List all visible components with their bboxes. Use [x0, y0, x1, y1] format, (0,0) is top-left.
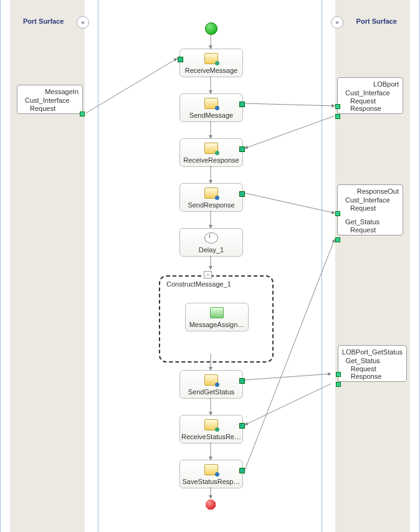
shape-send-message[interactable]: SendMessage: [179, 93, 243, 122]
collapse-left-button[interactable]: «: [77, 16, 89, 29]
port-operation: Get_Status: [346, 357, 403, 364]
port-handle[interactable]: [336, 372, 341, 377]
port-connector[interactable]: [239, 102, 245, 107]
guide-line: [98, 0, 98, 532]
shape-send-get-status[interactable]: SendGetStatus: [179, 370, 243, 399]
port-handle[interactable]: [335, 237, 340, 242]
port-handle[interactable]: [335, 114, 340, 119]
envelope-receive-icon: [204, 53, 218, 64]
envelope-send-icon: [204, 98, 218, 109]
svg-line-14: [245, 374, 331, 380]
port-handle[interactable]: [336, 382, 341, 387]
envelope-receive-icon: [204, 419, 218, 430]
construct-message-scope[interactable]: − ConstructMessage_1 MessageAssign…: [159, 275, 274, 363]
port-lobport-getstatus[interactable]: LOBPort_GetStatus Get_Status Request Res…: [338, 345, 407, 382]
shape-receive-message[interactable]: ReceiveMessage: [179, 49, 243, 77]
port-connector[interactable]: [239, 146, 245, 152]
port-io-request[interactable]: Request: [351, 365, 403, 373]
envelope-send-icon: [204, 188, 218, 199]
svg-line-10: [85, 59, 177, 113]
port-io-response[interactable]: Response: [350, 105, 399, 112]
port-io-request[interactable]: Request: [350, 204, 399, 212]
port-lobport[interactable]: LOBport Cust_Interface Request Response: [337, 77, 403, 114]
shape-label: ReceiveMessage: [185, 67, 237, 74]
shape-message-assignment[interactable]: MessageAssign…: [185, 303, 249, 331]
shape-save-status-response[interactable]: SaveStatusResp…: [179, 460, 243, 488]
port-surface-right-label: Port Surface: [356, 17, 397, 25]
shape-label: SendResponse: [188, 201, 234, 209]
port-handle[interactable]: [335, 104, 340, 109]
port-io-request[interactable]: Request: [350, 226, 399, 234]
end-terminal[interactable]: [206, 500, 216, 510]
port-title: ResponseOut: [341, 188, 399, 195]
port-title: LOBport: [341, 80, 399, 88]
shape-delay[interactable]: Delay_1: [179, 228, 243, 257]
port-connector[interactable]: [239, 423, 245, 429]
port-operation: Cust_Interface: [25, 97, 79, 104]
port-io-request[interactable]: Request: [30, 105, 79, 112]
port-connector[interactable]: [239, 191, 245, 197]
envelope-send-icon: [204, 464, 218, 475]
shape-send-response[interactable]: SendResponse: [179, 183, 243, 212]
port-surface-left[interactable]: [10, 0, 85, 532]
guide-line: [322, 0, 322, 532]
port-connector[interactable]: [178, 57, 183, 62]
shape-label: SendMessage: [189, 112, 233, 119]
shape-label: MessageAssign…: [189, 321, 245, 328]
port-message-in[interactable]: MessageIn Cust_Interface Request: [17, 85, 83, 114]
assignment-icon: [210, 307, 224, 318]
shape-receive-status-response[interactable]: ReceiveStatusRe…: [179, 415, 243, 444]
port-handle[interactable]: [80, 112, 85, 116]
port-connector[interactable]: [239, 468, 245, 473]
port-surface-left-label: Port Surface: [23, 17, 64, 25]
shape-label: ReceiveResponse: [183, 156, 239, 164]
shape-receive-response[interactable]: ReceiveResponse: [179, 138, 243, 167]
collapse-right-button[interactable]: »: [331, 16, 343, 29]
shape-label: ReceiveStatusRe…: [181, 433, 241, 440]
svg-line-15: [245, 384, 331, 425]
start-terminal[interactable]: [205, 22, 217, 35]
shape-label: SendGetStatus: [188, 388, 235, 396]
port-operation: Get_Status: [345, 218, 399, 226]
port-response-out[interactable]: ResponseOut Cust_Interface Request Get_S…: [337, 184, 403, 235]
port-connector[interactable]: [239, 378, 245, 384]
port-operation: Cust_Interface: [345, 89, 399, 97]
port-io-request[interactable]: Request: [350, 97, 399, 105]
port-handle[interactable]: [335, 211, 340, 216]
scope-label: ConstructMessage_1: [166, 280, 231, 288]
port-operation: Cust_Interface: [345, 196, 399, 204]
envelope-receive-icon: [204, 143, 218, 154]
envelope-send-icon: [204, 374, 218, 386]
orchestration-canvas[interactable]: Port Surface Port Surface « » ReceiveMes…: [0, 0, 420, 532]
scope-collapse-button[interactable]: −: [204, 271, 212, 278]
shape-label: SaveStatusResp…: [183, 478, 241, 485]
shape-label: Delay_1: [199, 246, 224, 254]
port-title: MessageIn: [21, 88, 79, 95]
clock-icon: [204, 232, 218, 244]
port-io-response[interactable]: Response: [351, 373, 403, 380]
port-title: LOBPort_GetStatus: [342, 348, 403, 356]
